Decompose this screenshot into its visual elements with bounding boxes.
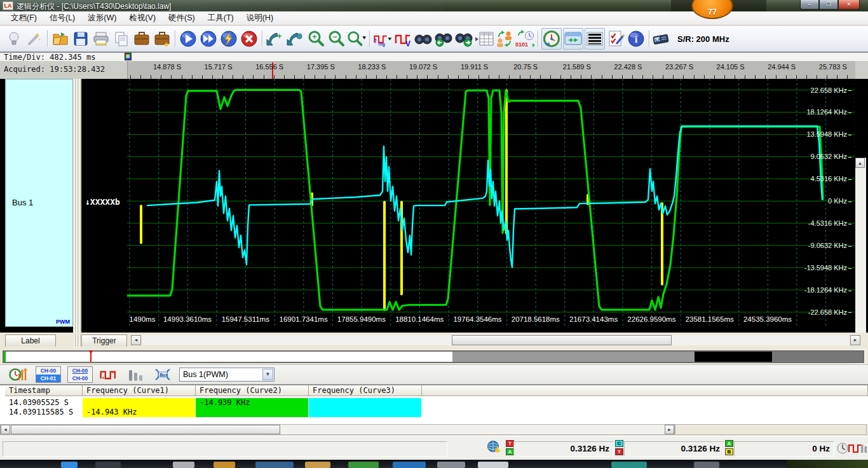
folder-open-icon[interactable] bbox=[50, 28, 71, 50]
bus-name-label[interactable]: Bus 1 bbox=[12, 198, 33, 207]
bus-decode-icon[interactable]: Bus bbox=[153, 364, 173, 385]
close-button[interactable]: ✕ bbox=[838, 0, 860, 10]
table-cell-curve3[interactable] bbox=[309, 398, 421, 408]
clock-small-icon[interactable] bbox=[836, 442, 849, 457]
table-cell-curve1[interactable] bbox=[83, 398, 195, 408]
run-icon[interactable] bbox=[178, 28, 198, 50]
bar-view-icon[interactable] bbox=[126, 364, 146, 385]
copy-icon[interactable] bbox=[111, 28, 132, 50]
channel-pair-a-button[interactable]: CH-00 CH-01 bbox=[36, 366, 61, 383]
taskbar-item[interactable] bbox=[95, 462, 121, 468]
report-icon[interactable] bbox=[606, 28, 626, 50]
hscroll-right-button[interactable]: ► bbox=[850, 335, 860, 345]
table-cell-curve1[interactable]: -14.943 KHz bbox=[83, 408, 195, 417]
export-table-icon[interactable] bbox=[474, 28, 494, 50]
overview-buffered-region[interactable] bbox=[452, 352, 695, 362]
bulb-icon[interactable] bbox=[4, 28, 24, 50]
swap-channels-icon[interactable] bbox=[494, 28, 515, 50]
table-cell-curve2[interactable]: -14.939 KHz bbox=[196, 398, 308, 408]
taskbar-item[interactable] bbox=[393, 462, 426, 468]
taskbar-item[interactable] bbox=[478, 462, 508, 468]
channel-pair-b-button[interactable]: CH-00 CH-00 bbox=[67, 366, 93, 383]
hscroll-thumb[interactable] bbox=[452, 335, 672, 345]
taskbar-item[interactable] bbox=[305, 462, 330, 468]
info-icon[interactable]: i bbox=[626, 28, 646, 50]
table-header-curve3[interactable]: Frequency (Curve3) bbox=[309, 385, 422, 396]
hscroll-left-button[interactable]: ◄ bbox=[131, 335, 141, 345]
windows-taskbar[interactable] bbox=[0, 460, 868, 468]
overview-tail-region[interactable] bbox=[772, 352, 863, 362]
overview-dark-region[interactable] bbox=[695, 352, 772, 362]
cursor-add-icon[interactable]: + bbox=[265, 28, 285, 50]
briefcase-icon[interactable] bbox=[132, 28, 152, 50]
signal-label-panel[interactable]: Bus 1 PWM bbox=[5, 79, 73, 327]
table-header-timestamp[interactable]: Timestamp bbox=[5, 385, 83, 396]
waveform-plot[interactable]: 22.658 KHz18.1264 KHz13.5948 KHz9.0632 K… bbox=[127, 79, 855, 333]
table-header-curve1[interactable]: Frequency (Curve1) bbox=[83, 385, 196, 396]
panel-splitter[interactable] bbox=[73, 79, 81, 333]
overview-trigger-marker[interactable] bbox=[90, 352, 92, 362]
scroll-up-button[interactable]: ▲ bbox=[855, 158, 865, 168]
table-cell-timestamp[interactable]: 14.03905525 S bbox=[5, 398, 82, 408]
trigger-column[interactable]: ↓XXXXXb bbox=[81, 79, 127, 333]
code-timing-icon[interactable]: 0101 bbox=[515, 28, 535, 50]
measurement-gauge-icon[interactable] bbox=[9, 364, 29, 385]
menu-item-v[interactable]: 检视(V) bbox=[123, 11, 161, 25]
table-header-curve2[interactable]: Frequency (Curve2) bbox=[196, 385, 309, 396]
save-icon[interactable] bbox=[71, 28, 91, 50]
menu-item-w[interactable]: 波形(W) bbox=[82, 11, 122, 25]
taskbar-item[interactable] bbox=[437, 462, 465, 468]
menu-item-t[interactable]: 工具(T) bbox=[202, 11, 240, 25]
tab-splitter[interactable] bbox=[73, 334, 81, 347]
zoom-in-icon[interactable]: + bbox=[306, 28, 326, 50]
table-cell-timestamp[interactable]: 14.039115585 S bbox=[5, 408, 82, 417]
menu-item-l[interactable]: 信号(L) bbox=[44, 11, 81, 25]
bus-select-dropdown[interactable]: Bus 1(PWM) ▼ bbox=[179, 368, 275, 382]
taskbar-item[interactable] bbox=[173, 462, 194, 468]
trigger-condition-value[interactable]: ↓XXXXXb bbox=[85, 197, 120, 207]
taskbar-item[interactable] bbox=[214, 462, 235, 468]
quick-run-icon[interactable] bbox=[219, 28, 239, 50]
trigger-pulse-icon[interactable]: Trig bbox=[372, 28, 393, 50]
zoom-select-icon[interactable] bbox=[346, 28, 367, 50]
device-icon[interactable]: LA bbox=[652, 28, 672, 50]
pulse-view-icon[interactable] bbox=[99, 364, 119, 385]
maximize-button[interactable]: ❐ bbox=[819, 0, 838, 10]
waveform-canvas[interactable] bbox=[127, 79, 855, 333]
taskbar-item[interactable] bbox=[255, 462, 294, 468]
bars-small-icon[interactable] bbox=[859, 442, 868, 457]
pane-view-icon[interactable] bbox=[563, 28, 583, 50]
briefcase-new-icon[interactable]: ★ bbox=[152, 28, 172, 50]
tab-trigger[interactable]: Trigger bbox=[81, 334, 127, 347]
capture-overview-bar[interactable] bbox=[3, 350, 864, 363]
pulse-width-icon[interactable]: V bbox=[393, 28, 413, 50]
table-cell-curve2[interactable] bbox=[196, 408, 308, 417]
menu-item-h[interactable]: 说明(H) bbox=[241, 11, 279, 25]
table-scroll-right-button[interactable]: ► bbox=[665, 425, 674, 434]
table-hscrollbar[interactable]: ◄ ► bbox=[0, 424, 675, 435]
table-scroll-left-button[interactable]: ◄ bbox=[1, 425, 10, 434]
print-icon[interactable] bbox=[91, 28, 111, 50]
taskbar-item[interactable] bbox=[348, 462, 379, 468]
table-cell-curve3[interactable] bbox=[309, 408, 421, 417]
table-header-spare[interactable] bbox=[422, 385, 868, 396]
table-scroll-thumb[interactable] bbox=[11, 425, 280, 434]
time-ruler[interactable]: 14.878 S15.717 S16.556 S17.395 S18.233 S… bbox=[127, 61, 855, 79]
run-continuous-icon[interactable] bbox=[198, 28, 219, 50]
stop-icon[interactable] bbox=[239, 28, 259, 50]
taskbar-item[interactable] bbox=[694, 462, 719, 468]
tab-label[interactable]: Label bbox=[5, 334, 56, 347]
menu-item-f[interactable]: 文档(F) bbox=[5, 11, 43, 25]
minimize-button[interactable]: – bbox=[800, 0, 819, 10]
cursor-jump-icon[interactable] bbox=[285, 28, 306, 50]
list-view-icon[interactable] bbox=[585, 28, 605, 50]
marker-flag-b[interactable]: B bbox=[125, 53, 132, 60]
chevron-down-icon[interactable]: ▼ bbox=[262, 369, 273, 380]
zoom-out-icon[interactable]: − bbox=[326, 28, 346, 50]
find-next-icon[interactable] bbox=[454, 28, 474, 50]
globe-download-icon[interactable] bbox=[487, 440, 503, 459]
taskbar-item[interactable] bbox=[61, 462, 78, 468]
menu-item-s[interactable]: 硬件(S) bbox=[163, 11, 201, 25]
taskbar-item[interactable] bbox=[611, 462, 647, 468]
clock-view-icon[interactable] bbox=[541, 28, 562, 50]
